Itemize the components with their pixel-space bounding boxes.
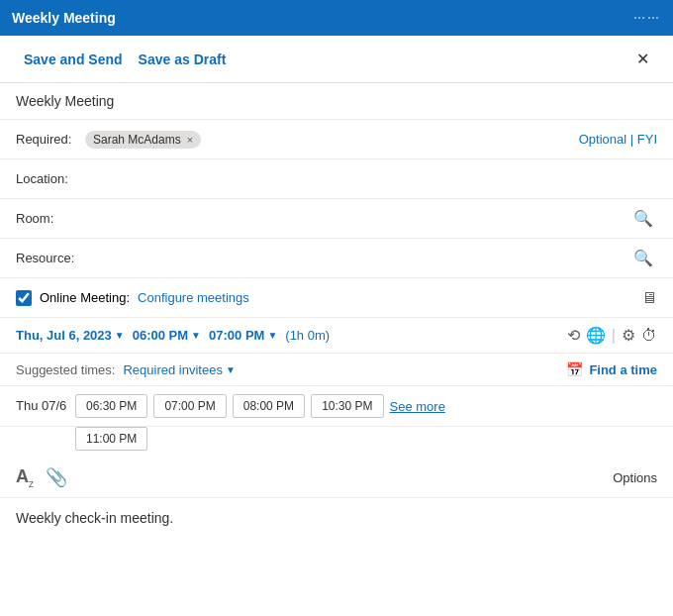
- required-invitees-label: Required invitees: [123, 362, 222, 377]
- date-button[interactable]: Thu, Jul 6, 2023 ▼: [16, 328, 125, 343]
- time-slots-row: Thu 07/6 06:30 PM 07:00 PM 08:00 PM 10:3…: [0, 386, 673, 427]
- datetime-row: Thu, Jul 6, 2023 ▼ 06:00 PM ▼ 07:00 PM ▼…: [0, 318, 673, 354]
- attendees-field: Sarah McAdams ×: [85, 131, 579, 149]
- location-row: Location:: [0, 159, 673, 199]
- find-time-button[interactable]: 📅 Find a time: [566, 361, 657, 377]
- recurrence-icon[interactable]: ⟲: [567, 326, 580, 345]
- main-content: Weekly Meeting Required: Sarah McAdams ×…: [0, 83, 673, 616]
- datetime-divider: |: [612, 327, 616, 345]
- start-time-button[interactable]: 06:00 PM ▼: [133, 328, 201, 343]
- end-time-button[interactable]: 07:00 PM ▼: [209, 328, 277, 343]
- online-meeting-checkbox[interactable]: [16, 290, 32, 306]
- font-size-icon-button[interactable]: Az: [16, 466, 34, 489]
- duration-text: (1h 0m): [285, 328, 330, 343]
- resource-search-button[interactable]: 🔍: [629, 249, 657, 267]
- window-title: Weekly Meeting: [12, 10, 116, 26]
- required-invitees-chevron-icon: ▼: [226, 364, 236, 375]
- time-slots-row-2: 11:00 PM: [0, 427, 673, 459]
- time-slot-4[interactable]: 10:30 PM: [311, 394, 383, 418]
- location-label: Location:: [16, 171, 85, 186]
- online-meeting-row: Online Meeting: Configure meetings 🖥: [0, 278, 673, 318]
- remove-attendee-button[interactable]: ×: [187, 134, 193, 146]
- end-time-chevron-icon: ▼: [267, 330, 277, 341]
- settings-icon[interactable]: ⚙: [622, 326, 635, 345]
- time-slot-5[interactable]: 11:00 PM: [75, 427, 147, 451]
- meeting-title: Weekly Meeting: [16, 93, 114, 109]
- room-search-button[interactable]: 🔍: [629, 209, 657, 228]
- attachment-icon: 📎: [46, 467, 67, 487]
- window-dots: ⋯⋯: [633, 11, 661, 25]
- date-chevron-icon: ▼: [115, 330, 125, 341]
- slots-row2-spacer: [16, 427, 67, 451]
- time-slot-1[interactable]: 06:30 PM: [75, 394, 147, 418]
- body-text-row: Weekly check-in meeting.: [0, 498, 673, 538]
- suggested-label: Suggested times:: [16, 362, 115, 377]
- datetime-icons: ⟲ 🌐 | ⚙ ⏱: [567, 326, 657, 345]
- time-slot-3[interactable]: 08:00 PM: [233, 394, 305, 418]
- time-slot-2[interactable]: 07:00 PM: [153, 394, 226, 418]
- close-button[interactable]: ✕: [628, 46, 657, 72]
- toolbar: Save and Send Save as Draft ✕: [0, 36, 673, 83]
- online-meeting-label: Online Meeting:: [40, 290, 130, 305]
- meeting-title-row: Weekly Meeting: [0, 83, 673, 120]
- date-value: Thu, Jul 6, 2023: [16, 328, 112, 343]
- room-row: Room: 🔍: [0, 199, 673, 239]
- room-input[interactable]: [85, 211, 629, 226]
- save-and-send-button[interactable]: Save and Send: [16, 48, 131, 71]
- start-time-chevron-icon: ▼: [191, 330, 201, 341]
- find-time-label: Find a time: [589, 362, 657, 377]
- online-meeting-checkbox-wrap: Online Meeting: Configure meetings: [16, 290, 249, 306]
- resource-row: Resource: 🔍: [0, 239, 673, 278]
- attachment-icon-button[interactable]: 📎: [46, 466, 67, 488]
- slots-container: 06:30 PM 07:00 PM 08:00 PM 10:30 PM See …: [75, 394, 657, 418]
- resource-label: Resource:: [16, 251, 85, 265]
- monitor-icon: 🖥: [641, 289, 657, 307]
- save-as-draft-button[interactable]: Save as Draft: [131, 48, 235, 71]
- search-icon: 🔍: [633, 210, 653, 227]
- room-label: Room:: [16, 211, 85, 226]
- timezone-icon[interactable]: 🌐: [586, 326, 606, 345]
- attendee-tag: Sarah McAdams ×: [85, 131, 201, 149]
- optional-fyi-links[interactable]: Optional | FYI: [579, 132, 657, 147]
- slots-date-label: Thu 07/6: [16, 394, 67, 413]
- body-text: Weekly check-in meeting.: [16, 510, 173, 526]
- required-invitees-button[interactable]: Required invitees ▼: [123, 362, 235, 377]
- body-toolbar: Az 📎 Options: [0, 459, 673, 498]
- calendar-icon: 📅: [566, 361, 583, 377]
- attendee-name: Sarah McAdams: [93, 133, 181, 147]
- start-time-value: 06:00 PM: [133, 328, 188, 343]
- search-icon: 🔍: [633, 250, 653, 266]
- required-label: Required:: [16, 132, 85, 147]
- suggested-times-row: Suggested times: Required invitees ▼ 📅 F…: [0, 354, 673, 386]
- title-bar: Weekly Meeting ⋯⋯: [0, 0, 673, 36]
- required-row: Required: Sarah McAdams × Optional | FYI: [0, 120, 673, 159]
- end-time-value: 07:00 PM: [209, 328, 264, 343]
- font-size-icon: A: [16, 466, 29, 486]
- room-field: [85, 211, 629, 226]
- see-more-button[interactable]: See more: [390, 394, 445, 418]
- timer-icon[interactable]: ⏱: [641, 327, 657, 345]
- options-button[interactable]: Options: [613, 470, 657, 485]
- configure-meetings-link[interactable]: Configure meetings: [138, 290, 249, 305]
- close-icon: ✕: [636, 51, 649, 67]
